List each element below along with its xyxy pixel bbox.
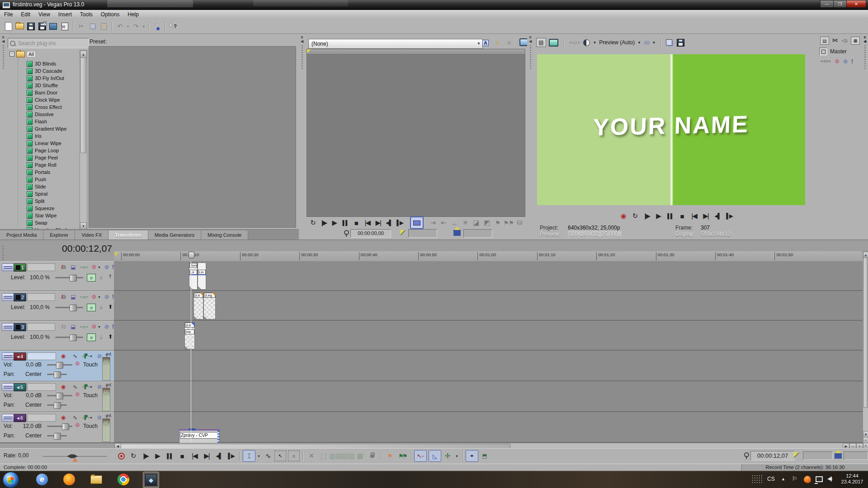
right-edge-grip[interactable]: x ◀ xyxy=(862,34,868,239)
go-to-end-icon[interactable]: ▶| xyxy=(201,451,212,461)
redo-icon[interactable]: ↷ xyxy=(130,21,142,32)
selection-start-box[interactable] xyxy=(803,451,833,460)
track-number-badge[interactable]: 3 xyxy=(14,323,26,331)
chevron-down-icon[interactable]: ▼ xyxy=(637,41,641,45)
menu-item[interactable]: Help xyxy=(123,11,143,18)
scroll-down-icon[interactable]: ▼ xyxy=(80,222,87,230)
level-slider[interactable] xyxy=(55,277,83,278)
dock-tab[interactable]: Transitions xyxy=(108,230,148,239)
slip-icon[interactable]: ▥▤ xyxy=(330,451,342,461)
out-point-icon[interactable]: ⇤ xyxy=(439,218,449,228)
keyframe-ruler[interactable] xyxy=(307,49,525,55)
stop-icon[interactable]: ■ xyxy=(351,218,362,228)
track-header-5[interactable]: ◀5 ◉ ∿ ∘▛∘▼ ⊘ ! Vol: 0,0 dB ⚙ Touch ▼ Pa… xyxy=(0,381,114,413)
play-from-start-icon[interactable]: |▶ xyxy=(641,211,653,221)
timeline-event[interactable]: (Le xyxy=(193,292,203,319)
track-number-badge[interactable]: 2 xyxy=(14,293,26,301)
record-icon[interactable] xyxy=(115,451,127,461)
make-composite-parent-icon[interactable]: ⤒ xyxy=(106,273,115,281)
redo-dropdown-icon[interactable]: ▼ xyxy=(142,25,146,28)
track-header-4[interactable]: ◀4 ◉ ∿ ∘▛∘▼ ⊘ ! Vol: 0,0 dB ⚙ Touch ▼ Pa… xyxy=(0,351,114,382)
insert-bus-icon[interactable]: ▤ xyxy=(820,37,829,45)
cut-icon[interactable]: ✂ xyxy=(75,21,87,32)
chevron-down-icon[interactable]: ▼ xyxy=(455,455,458,458)
taskbar-chrome-icon[interactable] xyxy=(116,473,131,486)
group-icon[interactable]: ⚭ xyxy=(466,450,478,462)
tree-scrollbar[interactable]: ▲ ▼ xyxy=(80,50,87,230)
automation-gear-icon[interactable]: ⚙ xyxy=(75,422,80,428)
dock-tab[interactable]: Mixing Console xyxy=(201,230,248,239)
whats-this-help-icon[interactable]: ↖? xyxy=(167,21,179,32)
taskbar-firefox-icon[interactable] xyxy=(61,473,77,486)
split-trim-icon[interactable]: ▦ xyxy=(354,451,366,461)
tree-root-label[interactable]: All xyxy=(27,51,36,57)
track-fx-icon[interactable]: ∘▭∘ xyxy=(80,293,89,300)
vol-slider[interactable] xyxy=(47,395,72,396)
mute-icon[interactable]: ⊘ xyxy=(102,293,111,300)
track-number-badge[interactable]: ◀5 xyxy=(14,383,26,391)
tray-clock[interactable]: 12:4423.4.2017 xyxy=(838,473,866,485)
timeline-lanes[interactable]: Son Lir Lin (Le (Leg (Le Iris xyxy=(114,261,863,443)
pause-icon[interactable]: ▌▌ xyxy=(665,211,676,221)
maximize-button[interactable]: ❐ xyxy=(833,0,847,8)
interactive-tutorials-icon[interactable]: ✐ xyxy=(151,21,162,32)
minimize-track-icon[interactable] xyxy=(2,293,14,301)
track-header-1[interactable]: 1 ⧉/ ⬓ ∘▭∘ ⚙▼ ⊘ ! Level: 100,0 % α ⤓ ⤒ xyxy=(0,261,114,291)
mute-icon[interactable]: ⊘ xyxy=(102,263,111,271)
search-input[interactable] xyxy=(17,40,78,47)
selection-end-box[interactable] xyxy=(463,229,492,238)
track-number-badge[interactable]: ◀6 xyxy=(14,414,26,422)
event-length-icon[interactable]: ✳ xyxy=(460,218,471,228)
track-name-field[interactable] xyxy=(27,352,56,360)
close-panel-icon[interactable]: x xyxy=(527,35,533,39)
taskbar-vegas-icon[interactable]: ◆ xyxy=(143,472,159,488)
pin-panel-icon[interactable]: ◀ xyxy=(862,39,868,43)
prev-frame-icon[interactable]: ◀▌ xyxy=(213,451,225,461)
chevron-down-icon[interactable]: ▼ xyxy=(90,385,93,389)
cursor-time-box[interactable]: 00:00:12,07 xyxy=(750,451,795,460)
title-bar[interactable]: firstintro.veg - Vegas Pro 13.0 — ❐ ✕ xyxy=(0,0,868,10)
pause-icon[interactable]: ▌▌ xyxy=(164,451,176,461)
solo-icon[interactable]: ! xyxy=(851,58,853,65)
vol-slider[interactable] xyxy=(47,426,72,427)
pin-panel-icon[interactable]: ◀ xyxy=(0,39,6,43)
make-composite-child-icon[interactable]: ⤓ xyxy=(97,303,106,310)
panel-grip[interactable]: x ◀ xyxy=(0,34,6,239)
enable-snapping-icon[interactable]: ↖⌐ xyxy=(414,450,427,462)
panel-grip[interactable]: x ◀ xyxy=(299,34,305,239)
play-from-start-icon[interactable]: |▶ xyxy=(140,451,151,461)
stop-icon[interactable]: ■ xyxy=(176,451,188,461)
sync-cursor-icon[interactable] xyxy=(410,216,424,229)
external-monitor-icon[interactable] xyxy=(549,39,558,47)
save-markers-icon[interactable]: ⛁ xyxy=(514,218,525,228)
record-arm-icon[interactable]: ◉ xyxy=(59,352,68,360)
master-button[interactable] xyxy=(819,47,827,56)
automation-gear-icon[interactable]: ⚙ xyxy=(75,391,80,398)
auto-ripple-icon[interactable]: ◺ xyxy=(429,450,441,462)
close-panel-icon[interactable]: x xyxy=(0,35,6,39)
copy-icon[interactable] xyxy=(87,21,98,32)
play-from-start-icon[interactable]: |▶ xyxy=(319,218,329,228)
minimize-button[interactable]: — xyxy=(820,0,834,8)
prev-frame-icon[interactable]: ◀▌ xyxy=(384,218,394,228)
insert-region-icon[interactable]: ⚑⚑ xyxy=(396,451,408,461)
fx-plugin-icon[interactable]: ∘▭∘ xyxy=(820,58,831,65)
automation-mode-label[interactable]: Touch xyxy=(83,361,98,368)
dock-tab[interactable]: Explorer xyxy=(43,230,75,239)
minimize-track-icon[interactable] xyxy=(2,383,14,391)
timeline-event[interactable]: (Leg xyxy=(203,292,216,319)
save-as-icon[interactable]: ? xyxy=(37,21,48,32)
dock-tab[interactable]: Video FX xyxy=(75,230,108,239)
menu-item[interactable]: Insert xyxy=(54,11,76,18)
tray-language-indicator[interactable]: CS xyxy=(767,476,775,482)
marker-flag-icon[interactable]: ⚑ xyxy=(493,218,503,228)
preset-dropdown[interactable]: (None) ▼ xyxy=(308,39,483,49)
track-number-badge[interactable]: ◀4 xyxy=(14,352,26,361)
track-motion-icon[interactable]: ⬓ xyxy=(69,293,78,300)
tray-show-hidden-icon[interactable]: ▲ xyxy=(781,477,785,481)
prev-frame-icon[interactable]: ◀▌ xyxy=(712,211,723,221)
menu-item[interactable]: View xyxy=(34,11,54,18)
timeline-vscrollbar[interactable]: ▲ ▼ − + xyxy=(863,251,868,450)
menu-item[interactable]: Options xyxy=(97,11,123,18)
in-point-icon[interactable]: ⇥ xyxy=(428,218,438,228)
